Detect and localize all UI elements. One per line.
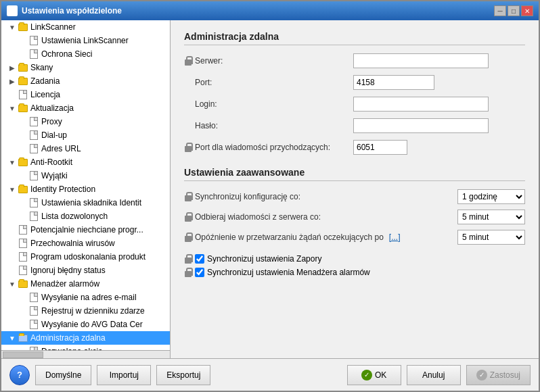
login-label: Login: — [184, 99, 353, 109]
expand-icon — [7, 251, 18, 262]
page-icon — [28, 117, 39, 126]
expand-icon — [7, 224, 18, 235]
tree-item-anti-rootkit[interactable]: ▼ Anti-Rootkit — [1, 155, 170, 169]
tree-hscroll[interactable] — [1, 350, 170, 358]
tree-label: Proxy — [41, 117, 62, 126]
titlebar: Ustawienia współdzielone ─ □ ✕ — [1, 1, 539, 20]
tree-label: Identity Protection — [30, 185, 95, 194]
opoznienie-link[interactable]: [...] — [389, 232, 401, 242]
tree-item-potencjalnie[interactable]: Potencjalnie niechciane progr... — [1, 223, 170, 237]
tree-item-linkscanner[interactable]: ▼ LinkScanner — [1, 20, 170, 34]
folder-icon — [18, 333, 28, 343]
folder-icon — [18, 76, 28, 86]
haslo-input[interactable] — [353, 118, 489, 133]
anuluj-button[interactable]: Anuluj — [407, 365, 461, 385]
hscroll-thumb[interactable] — [3, 351, 43, 358]
zastosuj-button[interactable]: ✓ Zastosuj — [466, 365, 531, 385]
tree-item-ochrona-sieci[interactable]: Ochrona Sieci — [1, 47, 170, 61]
odbieraj-row: Odbieraj wiadomości z serwera co: 5 minu… — [184, 210, 525, 224]
opoznienie-select[interactable]: 5 minut 15 minut 30 minut — [457, 230, 525, 245]
main-window: Ustawienia współdzielone ─ □ ✕ ▼ LinkSca… — [0, 0, 540, 392]
expand-icon — [18, 170, 28, 181]
help-button[interactable]: ? — [9, 365, 30, 385]
tree-label: Lista dozwolonych — [41, 212, 108, 221]
tree-label: Wyjątki — [41, 171, 68, 180]
folder-icon — [18, 279, 28, 289]
sync-zapory-checkbox[interactable] — [195, 254, 204, 264]
close-button[interactable]: ✕ — [521, 5, 533, 16]
tree-item-rejestruj[interactable]: Rejestruj w dzienniku zdarze — [1, 304, 170, 318]
expand-icon: ▼ — [7, 278, 18, 289]
tree-item-dial-up[interactable]: Dial-up — [1, 128, 170, 142]
login-row: Login: — [184, 97, 525, 112]
tree-item-wysylanie-email[interactable]: Wysyłanie na adres e-mail — [1, 291, 170, 304]
tree-item-licencja[interactable]: Licencja — [1, 88, 170, 101]
folder-icon — [18, 185, 28, 194]
tree-label: Rejestruj w dzienniku zdarze — [41, 306, 145, 316]
opoznienie-row: Opóźnienie w przetwarzaniu żądań oczekuj… — [184, 230, 525, 245]
expand-icon — [18, 292, 28, 303]
folder-icon — [18, 22, 28, 32]
page-icon — [18, 239, 28, 248]
odbieraj-select[interactable]: 5 minut 15 minut 30 minut — [457, 210, 525, 224]
tree-label: Aktualizacja — [30, 103, 74, 113]
page-icon — [28, 293, 39, 302]
tree-label: Administracja zdalna — [30, 333, 106, 343]
maximize-button[interactable]: □ — [508, 5, 520, 16]
advanced-section: Ustawienia zaawansowane Synchronizuj kon… — [184, 167, 525, 277]
sync-konfiguracja-select[interactable]: 1 godzinę 2 godziny 30 minut — [457, 189, 525, 204]
tree-item-program-udoskonalania[interactable]: Program udoskonalania produkt — [1, 250, 170, 264]
lock-icon — [184, 232, 192, 242]
port-przychodzacych-input[interactable] — [353, 140, 407, 155]
importuj-button[interactable]: Importuj — [97, 365, 151, 385]
expand-icon: ▼ — [7, 103, 18, 114]
tree-item-dozwolone-akcje[interactable]: Dozwolone akcje — [1, 345, 170, 350]
expand-icon — [7, 238, 18, 249]
tree-label: Potencjalnie niechciane progr... — [30, 225, 143, 235]
login-input[interactable] — [353, 97, 489, 112]
bottom-bar: ? Domyślne Importuj Eksportuj ✓ OK Anulu… — [1, 358, 539, 391]
minimize-button[interactable]: ─ — [494, 5, 506, 16]
lock-icon — [184, 143, 192, 152]
tree-item-przechowalnia[interactable]: Przechowalnia wirusów — [1, 237, 170, 250]
page-icon — [18, 90, 28, 99]
tree-item-wyjatki[interactable]: Wyjątki — [1, 169, 170, 182]
tree-label: Ochrona Sieci — [41, 49, 92, 59]
lock-icon — [184, 56, 192, 66]
page-icon — [28, 36, 39, 45]
haslo-row: Hasło: — [184, 118, 525, 133]
sync-menedzer-checkbox[interactable] — [195, 268, 204, 277]
serwer-label: Serwer: — [184, 56, 353, 66]
tree-label: Adres URL — [41, 144, 81, 153]
page-icon — [18, 266, 28, 275]
zastosuj-icon: ✓ — [476, 370, 487, 381]
ok-button[interactable]: ✓ OK — [347, 365, 401, 385]
expand-icon: ▼ — [7, 157, 18, 168]
tree-item-ustawienia-skladnika[interactable]: Ustawienia składnika Identit — [1, 196, 170, 210]
eksportuj-button[interactable]: Eksportuj — [156, 365, 210, 385]
sync-konfiguracja-row: Synchronizuj konfigurację co: 1 godzinę … — [184, 189, 525, 204]
titlebar-title: Ustawienia współdzielone — [22, 6, 494, 16]
tree-item-lista-dozwolonych[interactable]: Lista dozwolonych — [1, 210, 170, 223]
port-input[interactable] — [353, 75, 434, 90]
tree-item-zadania[interactable]: ▶ Zadania — [1, 74, 170, 88]
tree-item-identity-protection[interactable]: ▼ Identity Protection — [1, 182, 170, 196]
expand-icon: ▶ — [7, 76, 18, 87]
page-icon — [28, 49, 39, 59]
haslo-label: Hasło: — [184, 121, 353, 130]
expand-icon: ▶ — [7, 62, 18, 73]
tree-item-ustawienia-linkscanner[interactable]: Ustawienia LinkScanner — [1, 34, 170, 47]
page-icon — [28, 212, 39, 221]
domyslne-button[interactable]: Domyślne — [35, 365, 91, 385]
tree-item-proxy[interactable]: Proxy — [1, 115, 170, 128]
tree-item-ignoruj[interactable]: Ignoruj błędny status — [1, 264, 170, 277]
tree-item-administracja-zdalna[interactable]: ▼ Administracja zdalna — [1, 331, 170, 345]
tree-item-skany[interactable]: ▶ Skany — [1, 61, 170, 74]
serwer-input[interactable] — [353, 53, 489, 68]
page-icon — [18, 225, 28, 235]
tree-item-wysylanie-avg[interactable]: Wysyłanie do AVG Data Cer — [1, 318, 170, 331]
expand-icon: ▼ — [7, 333, 18, 343]
tree-item-adres-url[interactable]: Adres URL — [1, 142, 170, 155]
tree-item-aktualizacja[interactable]: ▼ Aktualizacja — [1, 101, 170, 115]
tree-item-menedzer-alarmow[interactable]: ▼ Menadżer alarmów — [1, 277, 170, 291]
